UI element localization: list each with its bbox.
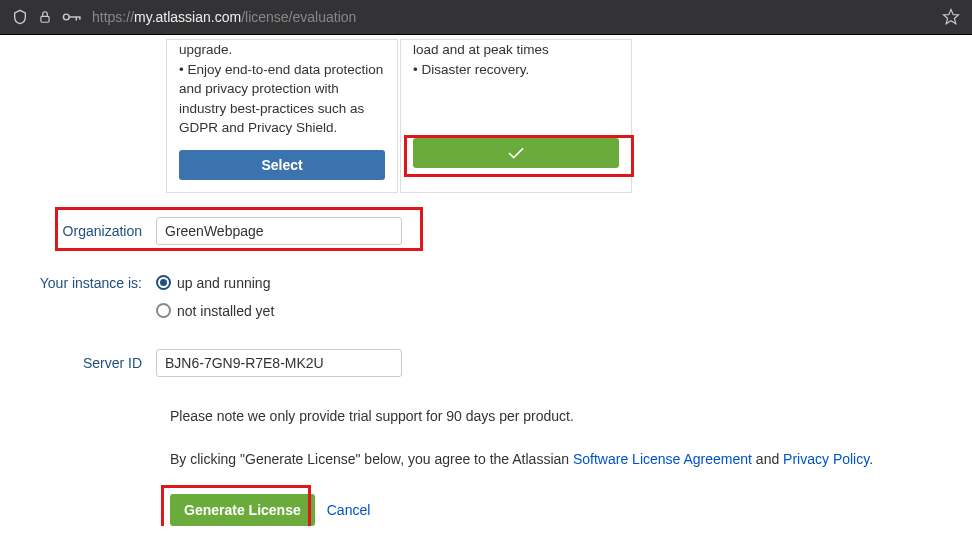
plan-card-left-text: upgrade. • Enjoy end-to-end data protect…	[179, 40, 385, 138]
browser-url-bar: https://my.atlassian.com/license/evaluat…	[0, 0, 972, 34]
svg-point-1	[63, 14, 69, 20]
server-id-input[interactable]	[156, 349, 402, 377]
license-form: Organization Your instance is: up and ru…	[0, 217, 972, 526]
radio-icon-unchecked	[156, 303, 171, 318]
software-license-link[interactable]: Software License Agreement	[573, 451, 752, 467]
select-plan-button[interactable]: Select	[179, 150, 385, 180]
agree-suffix: .	[869, 451, 873, 467]
radio-not-installed[interactable]: not installed yet	[156, 303, 274, 319]
trial-note: Please note we only provide trial suppor…	[170, 407, 972, 427]
shield-icon[interactable]	[12, 9, 28, 25]
card-left-line2: • Enjoy end-to-end data protection and p…	[179, 62, 383, 136]
url-domain: my.atlassian.com	[134, 9, 241, 25]
instance-status-label: Your instance is:	[0, 275, 156, 291]
highlight-selected-plan	[404, 135, 634, 177]
plan-card-right-text: load and at peak times • Disaster recove…	[413, 40, 619, 79]
server-id-label: Server ID	[0, 355, 156, 371]
card-left-line1: upgrade.	[179, 42, 232, 57]
plan-card-left: upgrade. • Enjoy end-to-end data protect…	[166, 39, 398, 193]
svg-marker-5	[944, 10, 959, 24]
agree-mid: and	[752, 451, 783, 467]
cancel-link[interactable]: Cancel	[327, 502, 371, 518]
card-right-line1: load and at peak times	[413, 42, 549, 57]
radio-up-running[interactable]: up and running	[156, 275, 274, 291]
url-prefix: https://	[92, 9, 134, 25]
agree-prefix: By clicking "Generate License" below, yo…	[170, 451, 573, 467]
lock-icon[interactable]	[38, 9, 52, 25]
privacy-policy-link[interactable]: Privacy Policy	[783, 451, 869, 467]
permissions-icon[interactable]	[62, 10, 82, 24]
highlight-organization	[55, 207, 423, 251]
radio-up-running-label: up and running	[177, 275, 270, 291]
instance-status-row: Your instance is: up and running not ins…	[0, 275, 972, 319]
agreement-note: By clicking "Generate License" below, yo…	[170, 450, 972, 470]
highlight-generate-button	[161, 485, 311, 526]
url-path: /license/evaluation	[241, 9, 356, 25]
svg-rect-0	[41, 16, 49, 22]
url-text[interactable]: https://my.atlassian.com/license/evaluat…	[92, 9, 932, 25]
instance-radio-group: up and running not installed yet	[156, 275, 274, 319]
bookmark-star-icon[interactable]	[942, 8, 960, 26]
radio-not-installed-label: not installed yet	[177, 303, 274, 319]
server-id-row: Server ID	[0, 349, 972, 377]
card-right-line2: • Disaster recovery.	[413, 62, 529, 77]
radio-icon-checked	[156, 275, 171, 290]
